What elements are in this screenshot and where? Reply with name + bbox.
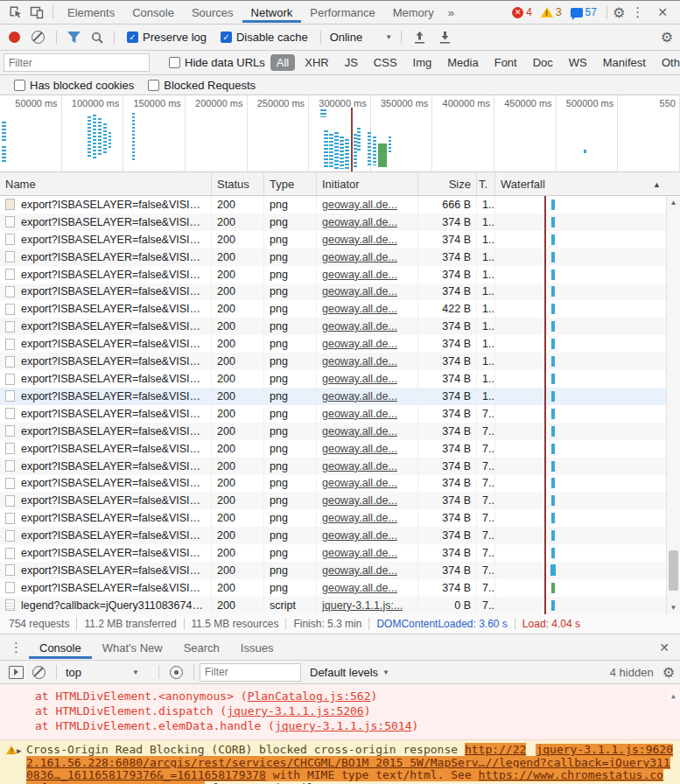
network-settings-gear-icon[interactable]: ⚙ [661, 29, 673, 46]
preserve-log-checkbox[interactable]: ✓ Preserve log [127, 31, 207, 44]
table-row[interactable]: export?ISBASELAYER=false&VISIBILIT...200… [0, 423, 680, 440]
initiator-link[interactable]: geoway.all.de... [322, 564, 397, 577]
initiator-link[interactable]: geoway.all.de... [322, 494, 397, 507]
filter-type-all[interactable]: All [270, 54, 295, 71]
live-expression-eye-icon[interactable] [170, 666, 183, 679]
table-row[interactable]: legend?callback=jQuery3110836745...200sc… [0, 597, 680, 614]
stack-file-link[interactable]: PlanCatalog.js:562 [248, 690, 371, 703]
clear-network-log-icon[interactable] [32, 31, 45, 44]
clear-console-icon[interactable] [32, 666, 46, 679]
table-row[interactable]: export?ISBASELAYER=false&VISIBILIT...200… [0, 562, 680, 579]
tab-network[interactable]: Network [242, 2, 302, 23]
initiator-link[interactable]: geoway.all.de... [322, 285, 397, 298]
filter-type-font[interactable]: Font [488, 54, 523, 71]
toggle-device-toolbar-icon[interactable] [30, 5, 44, 19]
initiator-link[interactable]: geoway.all.de... [322, 216, 397, 228]
initiator-link[interactable]: geoway.all.de... [322, 234, 397, 246]
column-header-size[interactable]: Size [418, 172, 477, 195]
initiator-link[interactable]: geoway.all.de... [322, 199, 397, 211]
table-row[interactable]: export?ISBASELAYER=false&VISIBILIT...200… [0, 458, 680, 475]
drawer-tab-issues[interactable]: Issues [230, 635, 284, 659]
initiator-link[interactable]: geoway.all.de... [322, 477, 397, 489]
table-row[interactable]: export?ISBASELAYER=false&VISIBILIT...200… [0, 318, 680, 335]
network-scrollbar[interactable]: ▲ ▼ [666, 196, 680, 614]
table-row[interactable]: export?ISBASELAYER=false&VISIBILIT...200… [0, 353, 680, 370]
filter-funnel-icon[interactable] [67, 32, 81, 43]
table-row[interactable]: export?ISBASELAYER=false&VISIBILIT...200… [0, 335, 680, 353]
has-blocked-cookies-checkbox[interactable]: Has blocked cookies [14, 79, 134, 92]
table-row[interactable]: export?ISBASELAYER=false&VISIBILIT...200… [0, 214, 680, 231]
table-row[interactable]: export?ISBASELAYER=false&VISIBILIT...200… [0, 440, 680, 458]
export-har-icon[interactable] [439, 32, 451, 44]
record-network-log-icon[interactable] [9, 32, 20, 43]
initiator-link[interactable]: geoway.all.de... [322, 269, 397, 281]
disable-cache-checkbox[interactable]: ✓ Disable cache [221, 31, 308, 44]
table-row[interactable]: export?ISBASELAYER=false&VISIBILIT...200… [0, 248, 680, 266]
initiator-link[interactable]: geoway.all.de... [322, 547, 397, 559]
console-scroll-up-icon[interactable]: ▲ [668, 690, 679, 702]
initiator-link[interactable]: geoway.all.de... [322, 460, 397, 472]
warning-count-badge[interactable]: 3 [541, 6, 562, 18]
scroll-up-icon[interactable]: ▲ [667, 196, 680, 209]
column-header-initiator[interactable]: Initiator [317, 172, 418, 195]
network-filter-input[interactable] [4, 53, 150, 72]
scrollbar-thumb[interactable] [669, 550, 678, 591]
table-row[interactable]: export?ISBASELAYER=false&VISIBILIT...200… [0, 544, 680, 562]
table-row[interactable]: export?ISBASELAYER=false&VISIBILIT...200… [0, 196, 680, 214]
filter-type-other[interactable]: Other [655, 54, 680, 71]
throttling-dropdown[interactable]: Online ▼ [330, 31, 393, 44]
filter-type-ws[interactable]: WS [563, 54, 593, 71]
initiator-link[interactable]: geoway.all.de... [322, 303, 397, 315]
table-row[interactable]: export?ISBASELAYER=false&VISIBILIT...200… [0, 475, 680, 493]
table-row[interactable]: export?ISBASELAYER=false&VISIBILIT...200… [0, 388, 680, 405]
column-header-time[interactable]: T. [477, 172, 495, 195]
drawer-tab-console[interactable]: Console [29, 635, 92, 659]
initiator-link[interactable]: geoway.all.de... [322, 390, 397, 402]
table-row[interactable]: export?ISBASELAYER=false&VISIBILIT...200… [0, 231, 680, 248]
error-count-badge[interactable]: ✕ 4 [512, 6, 532, 18]
close-drawer-icon[interactable]: ✕ [652, 640, 676, 654]
table-row[interactable]: export?ISBASELAYER=false&VISIBILIT...200… [0, 492, 680, 509]
hidden-messages-count[interactable]: 4 hidden [610, 666, 654, 679]
filter-type-js[interactable]: JS [339, 54, 364, 71]
filter-type-doc[interactable]: Doc [527, 54, 559, 71]
initiator-link[interactable]: geoway.all.de... [322, 355, 397, 368]
drawer-tab-what-s-new[interactable]: What's New [92, 635, 173, 659]
table-row[interactable]: export?ISBASELAYER=false&VISIBILIT...200… [0, 300, 680, 318]
filter-type-css[interactable]: CSS [368, 54, 403, 71]
initiator-link[interactable]: geoway.all.de... [322, 373, 397, 385]
close-devtools-icon[interactable]: ✕ [650, 5, 675, 19]
corb-source-link[interactable]: jquery-3.1.1.js:9620 [536, 744, 673, 757]
column-header-name[interactable]: Name [0, 172, 212, 195]
filter-type-manifest[interactable]: Manifest [597, 54, 652, 71]
console-sidebar-toggle-icon[interactable] [9, 666, 24, 679]
filter-type-media[interactable]: Media [441, 54, 484, 71]
expand-arrow-icon[interactable]: ▶ [17, 745, 21, 758]
corb-warning-message[interactable]: ▶ jquery-3.1.1.js:9620Cross-Origin Read … [0, 740, 680, 784]
hide-data-urls-checkbox[interactable]: Hide data URLs [169, 56, 265, 69]
table-row[interactable]: export?ISBASELAYER=false&VISIBILIT...200… [0, 579, 680, 597]
table-row[interactable]: export?ISBASELAYER=false&VISIBILIT...200… [0, 266, 680, 284]
table-row[interactable]: export?ISBASELAYER=false&VISIBILIT...200… [0, 284, 680, 301]
console-filter-input[interactable] [200, 663, 301, 682]
filter-type-img[interactable]: Img [407, 54, 438, 71]
initiator-link[interactable]: geoway.all.de... [322, 425, 397, 438]
search-icon[interactable] [91, 32, 103, 44]
more-panels-chevron[interactable]: » [443, 6, 459, 19]
log-levels-dropdown[interactable]: Default levels ▼ [310, 666, 389, 679]
initiator-link[interactable]: geoway.all.de... [322, 512, 397, 524]
table-row[interactable]: export?ISBASELAYER=false&VISIBILIT...200… [0, 527, 680, 544]
import-har-icon[interactable] [414, 32, 425, 44]
drawer-menu-icon[interactable]: ⋮ [4, 640, 29, 655]
settings-gear-icon[interactable]: ⚙ [613, 4, 625, 21]
table-row[interactable]: export?ISBASELAYER=false&VISIBILIT...200… [0, 405, 680, 423]
stack-file-link[interactable]: jquery-3.1.1.js:5206 [227, 704, 364, 718]
column-header-type[interactable]: Type [264, 172, 317, 195]
initiator-link[interactable]: geoway.all.de... [322, 251, 397, 263]
scroll-down-icon[interactable]: ▼ [667, 601, 680, 614]
initiator-link[interactable]: geoway.all.de... [322, 529, 397, 542]
column-header-status[interactable]: Status [212, 172, 264, 195]
more-options-icon[interactable]: ⋮ [625, 4, 650, 20]
console-settings-gear-icon[interactable]: ⚙ [662, 664, 675, 681]
inspect-element-icon[interactable] [9, 5, 23, 19]
